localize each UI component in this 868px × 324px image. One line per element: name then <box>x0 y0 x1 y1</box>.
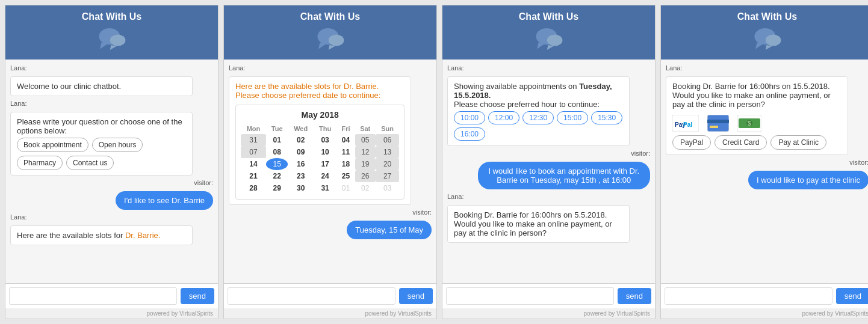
svg-point-10 <box>547 34 562 46</box>
svg-text:$: $ <box>748 120 751 127</box>
svg-marker-5 <box>318 43 327 49</box>
slot-1230[interactable]: 12:30 <box>522 111 554 124</box>
slot-1600[interactable]: 16:00 <box>454 127 485 141</box>
widget2-input-area: send <box>224 283 436 308</box>
slot-1200[interactable]: 12:00 <box>488 111 519 124</box>
slot-1000[interactable]: 10:00 <box>454 111 485 124</box>
visitor-bubble-w2: Tuesday, 15 of May <box>347 221 432 239</box>
lana-label-w2: Lana: <box>229 64 432 72</box>
slots-intro-bubble: Here are the available slots for Dr. Bar… <box>10 225 193 245</box>
svg-text:Pal: Pal <box>683 121 692 128</box>
chat-widget-1: Chat With Us Lana: Welcome to our clinic… <box>5 5 219 319</box>
widget4-messages: Lana: Booking Dr. Barrie for 16:00hrs on… <box>661 60 868 283</box>
calendar-grid: Mon Tue Wed Thu Fri Sat Sun 31 01 <box>241 123 399 194</box>
svg-point-6 <box>328 34 344 46</box>
svg-point-14 <box>765 34 781 46</box>
cash-icon: $ <box>737 115 761 132</box>
chat-widget-2: Chat With Us Lana: Here are the availabl… <box>223 5 437 319</box>
lana-label-w3-1: Lana: <box>447 64 650 72</box>
time-slots: 10:00 12:00 12:30 15:00 15:30 16:00 <box>454 111 623 141</box>
visitor-label-w2: visitor: <box>229 209 432 216</box>
svg-rect-20 <box>707 120 729 123</box>
options-bubble: Please write your question or choose one… <box>10 112 193 176</box>
available-slots-bubble: Here are the available slots for Dr. Bar… <box>229 76 411 205</box>
widget3-input[interactable] <box>446 287 614 305</box>
chat-widget-3: Chat With Us Lana: Showing available app… <box>442 5 656 319</box>
chat-icon-1 <box>98 26 126 50</box>
visitor-bubble-w4: I would like to pay at the clinic <box>748 171 868 189</box>
widget4-powered-by: powered by VirtualSpirits <box>661 308 868 319</box>
widget2-powered-by: powered by VirtualSpirits <box>224 308 436 319</box>
payment-icons: Pay Pal $ <box>672 115 842 132</box>
credit-card-icon <box>707 115 729 132</box>
svg-marker-9 <box>537 43 545 49</box>
svg-point-2 <box>110 34 125 46</box>
widget1-header: Chat With Us <box>5 5 218 60</box>
visitor-label-w4: visitor: <box>666 159 868 166</box>
payment-bubble: Booking Dr. Barrie for 16:00hrs on 15.5.… <box>666 76 848 155</box>
svg-marker-13 <box>755 43 764 49</box>
svg-rect-21 <box>710 126 718 128</box>
chat-icon-4 <box>753 26 782 50</box>
slot-1530[interactable]: 15:30 <box>591 111 622 124</box>
calendar-month: May 2018 <box>241 110 399 120</box>
pharmacy-btn[interactable]: Pharmacy <box>17 156 63 170</box>
lana-label-3: Lana: <box>10 213 213 221</box>
widget4-input-area: send <box>661 283 868 308</box>
widget4-input[interactable] <box>665 287 832 305</box>
pay-at-clinic-btn[interactable]: Pay at Clinic <box>770 135 826 150</box>
welcome-bubble: Welcome to our clinic chatbot. <box>10 76 193 96</box>
chat-widget-4: Chat With Us Lana: Booking Dr. Barrie fo… <box>660 5 868 319</box>
credit-card-btn[interactable]: Credit Card <box>715 135 767 150</box>
lana-label-1: Lana: <box>10 64 213 72</box>
widget1-input-area: send <box>5 283 218 308</box>
lana-label-2: Lana: <box>10 100 213 107</box>
widget1-send-btn[interactable]: send <box>181 288 214 304</box>
widget2-send-btn[interactable]: send <box>399 288 433 304</box>
widget1-powered-by: powered by VirtualSpirits <box>5 308 218 319</box>
calendar: May 2018 Mon Tue Wed Thu Fri Sat Sun <box>235 105 405 200</box>
visitor-bubble-1: I'd like to see Dr. Barrie <box>116 191 213 210</box>
svg-marker-1 <box>100 43 108 49</box>
widget3-header: Chat With Us <box>442 5 655 60</box>
lana-label-w3-2: Lana: <box>447 193 650 200</box>
booking-confirm-bubble-w3: Booking Dr. Barrie for 16:00hrs on 5.5.2… <box>447 205 630 243</box>
widget4-send-btn[interactable]: send <box>836 288 868 304</box>
widget3-messages: Lana: Showing available appointments on … <box>442 60 655 283</box>
payment-buttons: PayPal Credit Card Pay at Clinic <box>672 135 842 150</box>
paypal-btn[interactable]: PayPal <box>672 135 711 150</box>
visitor-bubble-w3: I would like to book an appointment with… <box>478 162 650 189</box>
slot-1500[interactable]: 15:00 <box>557 111 588 124</box>
widget2-header: Chat With Us <box>224 5 436 60</box>
widget3-powered-by: powered by VirtualSpirits <box>442 308 655 319</box>
visitor-label-1: visitor: <box>10 179 213 186</box>
book-appointment-btn[interactable]: Book appointment <box>17 138 88 152</box>
header-title-2: Chat With Us <box>300 11 360 22</box>
visitor-label-w3: visitor: <box>447 150 650 157</box>
chat-icon-2 <box>316 26 345 50</box>
showing-appointments-bubble: Showing available appointments on Tuesda… <box>447 76 630 146</box>
widget2-input[interactable] <box>228 287 395 305</box>
contact-us-btn[interactable]: Contact us <box>66 156 114 170</box>
widget3-input-area: send <box>442 283 655 308</box>
paypal-icon: Pay Pal <box>672 115 699 132</box>
header-title-1: Chat With Us <box>82 11 141 22</box>
chat-icon-3 <box>535 26 563 50</box>
widget1-input[interactable] <box>9 287 177 305</box>
widget3-send-btn[interactable]: send <box>618 288 651 304</box>
widget1-messages: Lana: Welcome to our clinic chatbot. Lan… <box>5 60 218 283</box>
option-buttons-1: Book appointment Open hours Pharmacy Con… <box>17 138 186 170</box>
header-title-3: Chat With Us <box>519 11 578 22</box>
lana-label-w4: Lana: <box>666 64 868 72</box>
header-title-4: Chat With Us <box>737 11 797 22</box>
widget4-header: Chat With Us <box>661 5 868 60</box>
widget2-messages: Lana: Here are the available slots for D… <box>224 60 436 283</box>
open-hours-btn[interactable]: Open hours <box>92 138 143 152</box>
